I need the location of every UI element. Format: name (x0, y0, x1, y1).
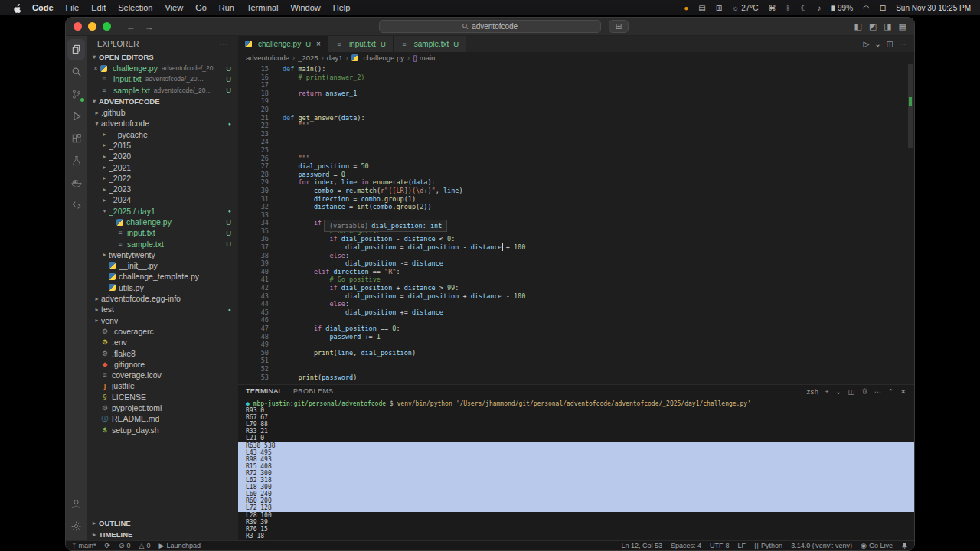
breadcrumb-item[interactable]: day1 (327, 54, 343, 62)
activity-search[interactable] (67, 61, 85, 82)
tab-input-txt[interactable]: ≡input.txtU (328, 36, 394, 52)
customize-layout-button[interactable]: ▦ (899, 21, 906, 31)
tree-folder-pycache[interactable]: ▸__pycache__ (87, 129, 238, 139)
tree-folder-2024[interactable]: ▸_2024 (87, 194, 238, 205)
tab-sample-txt[interactable]: ≡sample.txtU (394, 36, 466, 52)
breadcrumb-item[interactable]: challenge.py (351, 54, 404, 62)
nav-forward-button[interactable]: → (140, 21, 158, 32)
close-icon[interactable]: × (91, 64, 100, 73)
new-terminal-button[interactable]: + (825, 387, 829, 396)
tree-file-utils-py[interactable]: utils.py (87, 282, 238, 293)
terminal-shell-label[interactable]: zsh (807, 387, 819, 396)
control-center-icon[interactable]: ⊟ (880, 4, 886, 12)
tab-challenge-py[interactable]: challenge.pyU× (238, 36, 328, 52)
open-editor-item[interactable]: ≡sample.txtadventofcode/_2025/...U (87, 85, 238, 96)
menu-run[interactable]: Run (213, 3, 240, 12)
terminal-output[interactable]: ● mbp-justin:git/personal/adventofcode $… (238, 398, 914, 540)
run-file-button[interactable]: ▷ (863, 40, 869, 48)
tree-file-env[interactable]: ⚙.env (87, 337, 238, 347)
minimize-window-button[interactable] (88, 22, 96, 31)
close-window-button[interactable] (74, 22, 82, 31)
tree-folder-test[interactable]: ▸test● (87, 304, 238, 315)
terminal-more-button[interactable]: ⋯ (874, 387, 882, 396)
tree-folder-2020[interactable]: ▸_2020 (87, 151, 238, 161)
split-editor-button[interactable]: ◫ (887, 40, 893, 48)
tree-file-challenge-template-py[interactable]: challenge_template.py (87, 271, 238, 282)
battery-item[interactable]: ▮99% (831, 4, 854, 12)
explorer-more-actions-icon[interactable]: ⋯ (220, 40, 227, 48)
focus-mode-icon[interactable]: ☾ (801, 4, 808, 12)
menu-file[interactable]: File (60, 3, 86, 12)
nav-back-button[interactable]: ← (122, 21, 140, 32)
workspace-root-header[interactable]: ▾ ADVENTOFCODE (87, 96, 238, 107)
wifi-icon[interactable]: ◠ (863, 4, 870, 12)
tree-folder-2023[interactable]: ▸_2023 (87, 184, 238, 194)
errors-item[interactable]: ⊘0 (119, 542, 131, 549)
open-editor-item[interactable]: ×challenge.pyadventofcode/_202...U (87, 63, 238, 73)
run-dropdown[interactable]: ⌄ (874, 40, 880, 48)
breadcrumb-item[interactable]: {}main (413, 54, 435, 62)
menu-selection[interactable]: Selection (112, 3, 158, 12)
activity-settings[interactable] (67, 516, 85, 536)
menu-window[interactable]: Window (285, 3, 327, 12)
activity-testing[interactable] (67, 150, 85, 171)
split-terminal-button[interactable]: ◫ (848, 387, 854, 396)
editor-more-button[interactable]: ⋯ (899, 40, 906, 48)
sync-changes-item[interactable]: ⟳ (104, 542, 110, 549)
menu-terminal[interactable]: Terminal (240, 3, 285, 12)
toggle-secondary-sidebar-button[interactable]: ◨ (884, 21, 891, 31)
apple-menu[interactable] (9, 3, 26, 13)
menu-go[interactable]: Go (189, 3, 213, 12)
close-panel-button[interactable]: ✕ (900, 387, 906, 396)
tree-file-sample-txt[interactable]: ≡sample.txtU (87, 238, 238, 249)
tree-file-coverage-lcov[interactable]: ≡coverage.lcov (87, 370, 238, 380)
tree-folder-2022[interactable]: ▸_2022 (87, 173, 238, 184)
menu-view[interactable]: View (158, 3, 189, 12)
tree-folder-2025-day1[interactable]: ▾_2025 / day1● (87, 206, 238, 217)
toggle-primary-sidebar-button[interactable]: ◧ (854, 21, 861, 31)
screen-record-indicator[interactable]: ● (684, 4, 688, 12)
tree-file-readme-md[interactable]: ⓘREADME.md (87, 413, 238, 424)
tree-file-license[interactable]: §LICENSE (87, 392, 238, 403)
cursor-position-item[interactable]: Ln 12, Col 53 (621, 542, 662, 549)
tree-folder-adventofcode[interactable]: ▾adventofcode● (87, 118, 238, 129)
python-interpreter-item[interactable]: 3.14.0 ('venv': venv) (791, 542, 852, 549)
tree-file-pyproject-toml[interactable]: ⚙pyproject.toml (87, 403, 238, 413)
kill-terminal-button[interactable] (861, 387, 868, 396)
activity-remote-explorer[interactable] (67, 194, 85, 215)
tree-folder-twentytwenty[interactable]: ▸twentytwenty (87, 249, 238, 260)
tree-folder-venv[interactable]: ▸venv (87, 315, 238, 326)
terminal-profile-dropdown[interactable]: ⌄ (835, 387, 841, 396)
tree-file-init-py[interactable]: __init__.py (87, 260, 238, 271)
panel-tab-problems[interactable]: PROBLEMS (293, 387, 333, 396)
command-center-search[interactable]: ⚲ adventofcode (379, 20, 601, 33)
indentation-item[interactable]: Spaces: 4 (671, 542, 701, 549)
go-live-item[interactable]: ◉Go Live (861, 542, 893, 549)
menu-code[interactable]: Code (26, 3, 60, 12)
tree-file-gitignore[interactable]: ◆.gitignore (87, 359, 238, 370)
timeline-section-header[interactable]: ▸ TIMELINE (87, 529, 238, 540)
bluetooth-icon[interactable]: ᛒ (786, 4, 791, 12)
activity-run-and-debug[interactable] (67, 106, 85, 126)
tree-folder-2015[interactable]: ▸_2015 (87, 140, 238, 151)
tree-file-coveragerc[interactable]: ⚙.coveragerc (87, 326, 238, 337)
code-editor[interactable]: 15def main():16 # print(answer_2)1718 re… (238, 64, 914, 384)
open-editor-item[interactable]: ≡input.txtadventofcode/_2025/day1U (87, 73, 238, 84)
activity-extensions[interactable] (67, 128, 85, 148)
screen-mirroring-icon[interactable]: ⊞ (716, 4, 722, 12)
outline-section-header[interactable]: ▸ OUTLINE (87, 517, 238, 529)
sound-icon[interactable]: ♪ (818, 4, 822, 12)
tree-file-setup-day-sh[interactable]: $setup_day.sh (87, 425, 238, 435)
panel-tab-terminal[interactable]: TERMINAL (246, 387, 283, 396)
toggle-panel-button[interactable]: ◩ (869, 21, 877, 31)
language-mode-item[interactable]: {}Python (754, 542, 782, 549)
eol-item[interactable]: LF (738, 542, 746, 549)
tree-folder-2021[interactable]: ▸_2021 (87, 161, 238, 172)
shortcuts-icon[interactable]: ⌘ (769, 4, 776, 12)
menu-edit[interactable]: Edit (85, 3, 112, 12)
tree-file-challenge-py[interactable]: challenge.pyU (87, 217, 238, 227)
activity-accounts[interactable] (67, 494, 85, 514)
launchpad-item[interactable]: ▶Launchpad (158, 542, 200, 549)
tree-folder-adventofcode-egg-info[interactable]: ▸adventofcode.egg-info (87, 293, 238, 304)
clock-item[interactable]: Sun Nov 30 10:25 PM (896, 4, 971, 12)
